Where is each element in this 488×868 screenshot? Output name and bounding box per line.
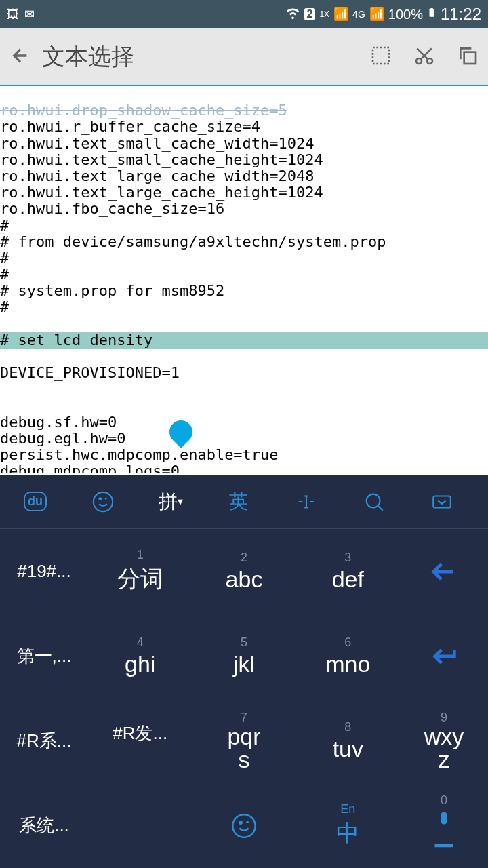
text-line: DEVICE_PROVISIONED=1 [0, 364, 180, 381]
copy-icon[interactable] [457, 45, 479, 69]
wifi-icon [285, 5, 300, 24]
svg-rect-0 [429, 9, 434, 17]
text-line: ro.hwui.text_small_cache_width=1024 [0, 135, 314, 152]
candidate-3[interactable]: #R系... [0, 698, 88, 783]
svg-rect-5 [464, 52, 476, 63]
text-line: ro.hwui.text_large_cache_width=2048 [0, 167, 314, 184]
candidate-1[interactable]: #19#... [0, 529, 88, 614]
text-line: # from device/samsung/a9xltechn/system.p… [0, 233, 386, 250]
status-bar: 🖼 ✉ 2 1X 📶 4G 📶 100% 11:22 [0, 0, 488, 28]
cut-icon[interactable] [413, 45, 435, 69]
key-3[interactable]: 3def [296, 529, 400, 614]
key-8[interactable]: 8tuv [296, 698, 400, 783]
battery-percent: 100% [388, 7, 423, 22]
text-line: ro.hwui.r_buffer_cache_size=4 [0, 118, 260, 135]
text-line: # system.prop for msm8952 [0, 282, 224, 299]
keyboard: du 拼▾ 英 #19#... 1分词 2abc 3def 第一,... 4gh… [0, 475, 488, 868]
lang-toggle-key[interactable]: En中 [296, 783, 400, 868]
candidate-2[interactable]: 第一,... [0, 614, 88, 698]
svg-point-8 [367, 494, 380, 507]
enter-key[interactable] [400, 614, 488, 698]
key-9[interactable]: 9wxy z [400, 698, 488, 783]
text-line: # [0, 217, 9, 234]
emoji-icon[interactable] [69, 490, 137, 513]
signal-icon: 📶 [333, 7, 348, 22]
mail-icon: ✉ [24, 7, 35, 22]
page-title: 文本选择 [42, 41, 359, 73]
network-label: 4G [352, 9, 365, 20]
svg-point-11 [239, 821, 241, 823]
signal2-icon: 📶 [369, 7, 384, 22]
key-1[interactable]: 1分词 [88, 529, 192, 614]
pinyin-mode[interactable]: 拼▾ [137, 489, 205, 515]
key-5[interactable]: 5jkl [192, 614, 296, 698]
search-icon[interactable] [340, 490, 408, 513]
text-line: debug.mdpcomp.logs=0 [0, 462, 180, 473]
text-line: # [0, 250, 9, 267]
key-4[interactable]: 4ghi [88, 614, 192, 698]
emoji-key[interactable] [192, 783, 296, 868]
backspace-key[interactable] [400, 529, 488, 614]
back-button[interactable] [9, 45, 31, 69]
svg-point-6 [94, 492, 113, 511]
sim-indicator: 2 [304, 8, 316, 20]
svg-rect-12 [441, 812, 447, 825]
candidate-4[interactable]: #R发... [88, 698, 192, 745]
svg-rect-9 [433, 496, 451, 507]
text-line: # [0, 298, 9, 315]
selected-text-line: # set lcd density [0, 332, 488, 349]
picture-icon: 🖼 [7, 7, 19, 22]
text-line: # [0, 266, 9, 283]
text-line: ro.hwui.fbo_cache_size=16 [0, 200, 224, 217]
collapse-keyboard-icon[interactable] [408, 490, 476, 513]
voice-key[interactable]: 0 [400, 783, 488, 868]
svg-rect-1 [430, 8, 433, 9]
key-2[interactable]: 2abc [192, 529, 296, 614]
signal-1x: 1X [319, 9, 329, 19]
cursor-mode-icon[interactable] [272, 490, 340, 513]
svg-rect-2 [373, 47, 389, 64]
battery-icon [427, 5, 436, 24]
text-line: ro.hwui.text_large_cache_height=1024 [0, 184, 323, 201]
text-line: ro.hwui.drop_shadow_cache_size=5 [0, 102, 287, 119]
baidu-logo-icon[interactable]: du [1, 492, 69, 511]
english-mode[interactable]: 英 [205, 489, 272, 515]
text-line: ro.hwui.text_small_cache_height=1024 [0, 151, 323, 168]
svg-point-10 [232, 814, 255, 837]
toolbar: 文本选择 [0, 28, 488, 86]
svg-point-7 [99, 498, 101, 500]
text-line: persist.hwc.mdpcomp.enable=true [0, 446, 279, 463]
select-all-icon[interactable] [370, 45, 392, 69]
text-line: debug.sf.hw=0 [0, 414, 117, 431]
text-line: debug.egl.hw=0 [0, 430, 125, 447]
text-editor[interactable]: ro.hwui.drop_shadow_cache_size=5 ro.hwui… [0, 86, 488, 473]
key-6[interactable]: 6mno [296, 614, 400, 698]
candidate-5[interactable]: 系统... [0, 783, 88, 868]
key-7[interactable]: 7pqr s [192, 698, 296, 783]
clock: 11:22 [441, 5, 481, 24]
